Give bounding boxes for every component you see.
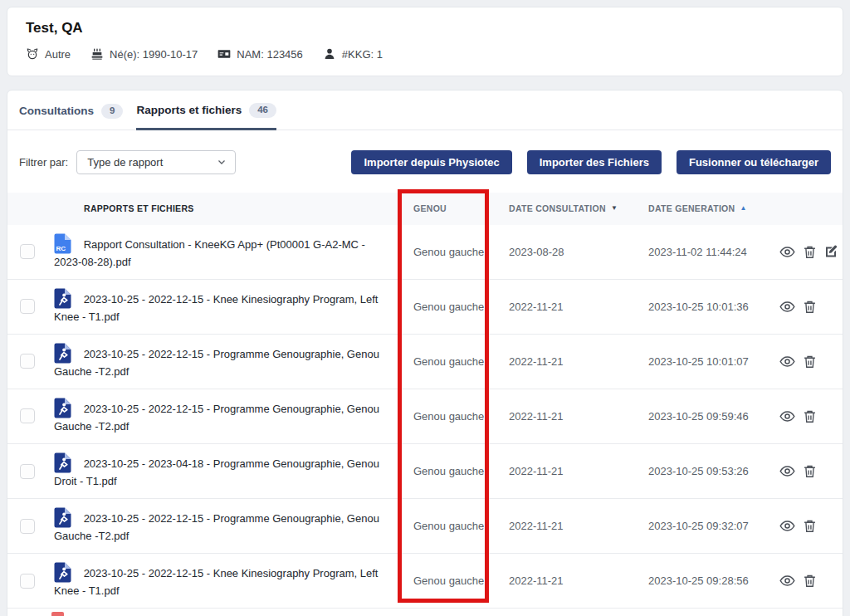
toolbar: Filtrer par: Type de rapport Importer de… — [7, 130, 843, 174]
date-generation-value: 2023-10-25 10:01:07 — [648, 355, 749, 368]
patient-birthdate-label: Né(e): 1990-10-17 — [110, 48, 198, 61]
row-checkbox[interactable] — [20, 244, 35, 259]
patient-name: Test, QA — [26, 20, 824, 37]
tab-rapports-label: Rapports et fichiers — [136, 104, 242, 116]
file-name-link[interactable]: 2023-10-25 - 2022-12-15 - Programme Geno… — [54, 512, 379, 542]
report-type-filter-value: Type de rapport — [87, 156, 163, 169]
import-files-button[interactable]: Importer des Fichiers — [527, 150, 662, 174]
column-header-genou[interactable]: Genou — [396, 203, 507, 213]
patient-header-card: Test, QA Autre Né(e): 1990-10-17 NAM: 12… — [7, 7, 843, 76]
file-name-link[interactable]: 2023-10-25 - 2022-12-15 - Knee Kinesiogr… — [54, 293, 378, 323]
person-icon — [323, 47, 336, 61]
eye-view-icon[interactable] — [779, 463, 796, 479]
birthday-cake-icon — [90, 47, 104, 61]
patient-kkg: #KKG: 1 — [323, 47, 383, 61]
eye-view-icon[interactable] — [779, 518, 796, 534]
eye-view-icon[interactable] — [779, 408, 796, 424]
row-checkbox[interactable] — [20, 464, 35, 479]
file-name-link[interactable]: 2023-10-25 - 2022-12-15 - Programme Geno… — [54, 348, 379, 378]
report-type-filter-select[interactable]: Type de rapport — [76, 150, 236, 174]
tab-rapports-et-fichiers[interactable]: Rapports et fichiers 46 — [136, 101, 276, 130]
knee-value: Genou gauche — [413, 355, 484, 368]
row-checkbox[interactable] — [20, 354, 35, 369]
file-name-link[interactable]: 2023-10-25 - 2023-04-18 - Programme Geno… — [54, 457, 379, 487]
filter-label: Filtrer par: — [19, 156, 68, 169]
table-header: Rapports et fichiers Genou Date consulta… — [7, 193, 843, 225]
column-header-date-consultation[interactable]: Date consultation ▼ — [507, 203, 647, 213]
partial-next-row-file-icon — [51, 612, 64, 616]
file-name-link[interactable]: 2023-10-25 - 2022-12-15 - Programme Geno… — [54, 403, 379, 433]
knee-value: Genou gauche — [413, 410, 484, 423]
trash-delete-icon[interactable] — [803, 463, 817, 479]
patient-birthdate: Né(e): 1990-10-17 — [90, 47, 198, 61]
sort-asc-icon[interactable]: ▲ — [740, 205, 746, 212]
exercise-program-file-icon — [54, 562, 71, 583]
knee-value: Genou gauche — [413, 301, 484, 313]
import-from-physiotec-button[interactable]: Importer depuis Physiotec — [351, 150, 511, 174]
row-checkbox[interactable] — [20, 574, 35, 589]
tab-bar: Consultations 9 Rapports et fichiers 46 — [7, 90, 843, 130]
knee-value: Genou gauche — [413, 465, 484, 477]
column-header-rapports[interactable]: Rapports et fichiers — [47, 193, 396, 223]
table-body: RC Rapport Consultation - KneeKG App+ (P… — [7, 225, 843, 609]
svg-text:RC: RC — [56, 245, 66, 252]
table-row: 2023-10-25 - 2022-12-15 - Knee Kinesiogr… — [7, 280, 843, 335]
merge-or-download-button[interactable]: Fusionner ou télécharger — [677, 150, 831, 174]
main-card: Consultations 9 Rapports et fichiers 46 … — [7, 90, 843, 616]
gender-other-icon — [26, 47, 39, 61]
exercise-program-file-icon — [54, 507, 71, 528]
date-generation-value: 2023-10-25 10:01:36 — [648, 301, 749, 313]
date-consultation-value: 2022-11-21 — [509, 301, 564, 313]
trash-delete-icon[interactable] — [803, 408, 817, 424]
eye-view-icon[interactable] — [779, 573, 796, 589]
table-row: RC Rapport Consultation - KneeKG App+ (P… — [7, 225, 843, 280]
eye-view-icon[interactable] — [779, 354, 796, 369]
row-checkbox[interactable] — [20, 519, 35, 534]
sort-desc-icon[interactable]: ▼ — [611, 205, 618, 212]
edit-pencil-icon[interactable] — [823, 244, 838, 260]
patient-gender: Autre — [26, 47, 71, 61]
date-consultation-value: 2023-08-28 — [509, 246, 564, 258]
date-generation-value: 2023-10-25 09:59:46 — [648, 410, 749, 423]
patient-gender-label: Autre — [45, 48, 71, 61]
eye-view-icon[interactable] — [779, 244, 796, 260]
knee-value: Genou gauche — [413, 246, 484, 258]
patient-kkg-label: #KKG: 1 — [342, 48, 383, 61]
tab-consultations-count-badge: 9 — [101, 104, 123, 119]
date-consultation-value: 2022-11-21 — [509, 520, 564, 532]
trash-delete-icon[interactable] — [803, 354, 817, 369]
exercise-program-file-icon — [54, 288, 71, 309]
rc-report-file-icon: RC — [54, 233, 71, 254]
patient-nam: NAM: 123456 — [217, 47, 303, 61]
eye-view-icon[interactable] — [779, 299, 796, 315]
knee-value: Genou gauche — [413, 520, 484, 532]
date-generation-value: 2023-11-02 11:44:24 — [648, 246, 747, 258]
file-name-link[interactable]: 2023-10-25 - 2022-12-15 - Knee Kinesiogr… — [54, 567, 378, 597]
trash-delete-icon[interactable] — [803, 518, 817, 534]
date-generation-value: 2023-10-25 09:32:07 — [648, 520, 749, 532]
table-row: 2023-10-25 - 2022-12-15 - Programme Geno… — [7, 499, 843, 554]
tab-consultations-label: Consultations — [19, 105, 94, 117]
tab-rapports-count-badge: 46 — [249, 103, 276, 118]
file-name-link[interactable]: Rapport Consultation - KneeKG App+ (Pt00… — [54, 238, 365, 268]
chevron-down-icon — [217, 157, 227, 167]
date-consultation-value: 2022-11-21 — [509, 410, 564, 423]
trash-delete-icon[interactable] — [803, 299, 817, 315]
tab-consultations[interactable]: Consultations 9 — [19, 101, 123, 130]
id-card-icon — [217, 47, 231, 61]
date-generation-value: 2023-10-25 09:53:26 — [648, 465, 749, 477]
toolbar-buttons: Importer depuis Physiotec Importer des F… — [351, 150, 831, 174]
exercise-program-file-icon — [54, 343, 71, 364]
date-consultation-value: 2022-11-21 — [509, 574, 564, 587]
column-header-date-generation[interactable]: Date generation ▲ — [647, 203, 778, 213]
row-checkbox[interactable] — [20, 408, 35, 423]
trash-delete-icon[interactable] — [803, 573, 817, 589]
row-checkbox[interactable] — [20, 299, 35, 314]
knee-value: Genou gauche — [413, 574, 484, 587]
patient-meta: Autre Né(e): 1990-10-17 NAM: 123456 #KKG… — [26, 47, 824, 61]
date-consultation-value: 2022-11-21 — [509, 465, 564, 477]
table-row: 2023-10-25 - 2022-12-15 - Knee Kinesiogr… — [7, 554, 843, 609]
patient-nam-label: NAM: 123456 — [237, 48, 303, 61]
trash-delete-icon[interactable] — [803, 244, 817, 260]
date-generation-value: 2023-10-25 09:28:56 — [648, 574, 749, 587]
